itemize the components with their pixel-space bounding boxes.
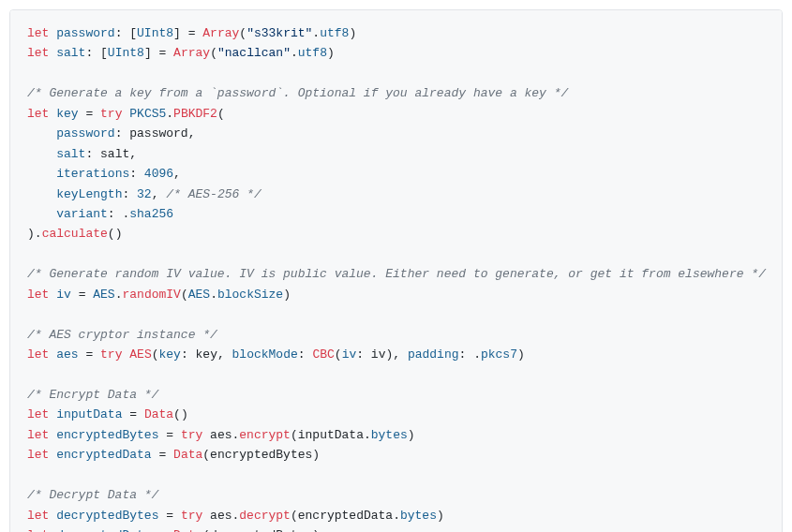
code-comment: /* Generate random IV value. IV is publi… xyxy=(27,267,766,281)
code-line: keyLength: 32, /* AES-256 */ xyxy=(27,187,262,201)
code-line: let encryptedBytes = try aes.encrypt(inp… xyxy=(27,428,415,442)
code-line: let iv = AES.randomIV(AES.blockSize) xyxy=(27,288,291,302)
code-line: let decryptedBytes = try aes.decrypt(enc… xyxy=(27,509,444,523)
code-comment: /* Encrypt Data */ xyxy=(27,388,158,402)
code-line: let password: [UInt8] = Array("s33krit".… xyxy=(27,26,356,40)
code-line: let key = try PKCS5.PBKDF2( xyxy=(27,107,225,121)
code-line: iterations: 4096, xyxy=(27,167,181,181)
code-line: let aes = try AES(key: key, blockMode: C… xyxy=(27,347,525,362)
code-line: variant: .sha256 xyxy=(27,207,173,221)
code-block: let password: [UInt8] = Array("s33krit".… xyxy=(9,9,783,532)
code-line: let inputData = Data() xyxy=(27,407,188,421)
code-line: ).calculate() xyxy=(27,227,122,241)
code-line: password: password, xyxy=(27,126,196,140)
code-comment: /* Generate a key from a `password`. Opt… xyxy=(27,86,568,100)
code-comment: /* Decrypt Data */ xyxy=(27,488,158,502)
code-line: let encryptedData = Data(encryptedBytes) xyxy=(27,448,320,462)
code-comment: /* AES cryptor instance */ xyxy=(27,328,217,342)
code-line: salt: salt, xyxy=(27,147,137,161)
code-line: let salt: [UInt8] = Array("nacllcan".utf… xyxy=(27,46,335,60)
code-line: let decryptedData = Data(decryptedBytes) xyxy=(27,528,320,532)
